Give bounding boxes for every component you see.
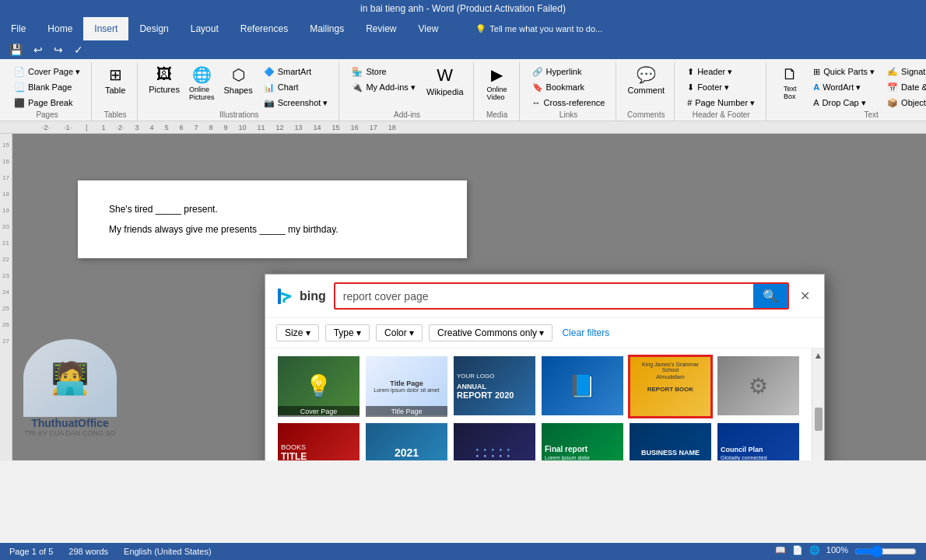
footer-btn[interactable]: ⬇Footer ▾ <box>682 79 759 95</box>
undo-qat-btn[interactable]: ↩ <box>30 42 46 58</box>
myaddin-btn[interactable]: 🔌My Add-ins ▾ <box>347 79 419 95</box>
svg-rect-0 <box>278 289 281 304</box>
image-label-1: Cover Page <box>278 406 360 417</box>
image-cell-5[interactable]: ✓ King James's Grammar School Almudallam… <box>628 355 713 418</box>
image-cell-9[interactable]: ●●●●● ●●●●● <box>452 422 537 460</box>
wordart-btn[interactable]: AWordArt ▾ <box>808 79 879 95</box>
screenshot-btn[interactable]: 📷Screenshot ▾ <box>259 95 333 110</box>
bing-image-search-dialog: bing 🔍 ✕ Size ▾ Type ▾ Color ▾ Creative … <box>265 274 825 460</box>
status-bar: Page 1 of 5 298 words English (United St… <box>0 543 926 560</box>
image-label-2: Title Page <box>366 406 447 417</box>
image-cell-11[interactable]: BUSINESS NAME <box>628 422 713 460</box>
image-cell-3[interactable]: YOUR LOGO ANNUAL REPORT 2020 <box>452 355 537 418</box>
ribbon-group-tables: ⊞ Table Tables <box>93 62 138 121</box>
smartart-btn[interactable]: 🔷SmartArt <box>259 64 333 79</box>
ribbon-group-headerfooter: ⬆Header ▾ ⬇Footer ▾ #Page Number ▾ Heade… <box>676 62 766 121</box>
chart-btn[interactable]: 📊Chart <box>259 79 333 95</box>
image-grid-container: 💡 Cover Page Title Page Lorem ipsum dolo… <box>265 348 824 460</box>
scroll-thumb[interactable] <box>815 408 823 431</box>
ribbon-group-comments: 💬 Comment Comments <box>618 62 675 121</box>
page-count: Page 1 of 5 <box>9 547 53 556</box>
image-cell-4[interactable]: 📘 <box>540 355 625 418</box>
document-page: She's tired _____ present. My friends al… <box>78 180 467 258</box>
color-filter-btn[interactable]: Color ▾ <box>376 324 423 341</box>
doc-line2: My friends always give me presents _____… <box>109 224 436 235</box>
filter-bar: Size ▾ Type ▾ Color ▾ Creative Commons o… <box>265 318 824 348</box>
tab-layout[interactable]: Layout <box>180 17 230 40</box>
dialog-close-button[interactable]: ✕ <box>797 285 813 306</box>
search-button[interactable]: 🔍 <box>753 284 787 308</box>
online-video-btn[interactable]: ▶ OnlineVideo <box>482 64 513 103</box>
view-icons: 📖 📄 🌐 100% <box>775 545 917 558</box>
header-btn[interactable]: ⬆Header ▾ <box>682 64 759 79</box>
type-filter-btn[interactable]: Type ▾ <box>325 324 370 341</box>
redo-qat-btn[interactable]: ↪ <box>51 42 66 58</box>
crossref-btn[interactable]: ↔Cross-reference <box>528 95 610 110</box>
image-cell-7[interactable]: BOOKS TITLE <box>276 422 361 460</box>
object-btn[interactable]: 📦Object ▾ <box>882 95 926 110</box>
ribbon-group-media: ▶ OnlineVideo Media <box>475 62 520 121</box>
tab-review[interactable]: Review <box>355 17 407 40</box>
image-cell-10[interactable]: Final report Lorem ipsum dolor <box>540 422 625 460</box>
tab-references[interactable]: References <box>230 17 299 40</box>
read-view-icon[interactable]: 📖 <box>775 545 786 558</box>
zoom-slider[interactable] <box>854 545 917 558</box>
text-box-btn[interactable]: 🗋 TextBox <box>774 64 805 102</box>
ribbon-tabs: File Home Insert Design Layout Reference… <box>0 17 926 40</box>
tell-me[interactable]: 💡Tell me what you want to do... <box>465 17 613 40</box>
print-view-icon[interactable]: 📄 <box>792 545 803 558</box>
hyperlink-btn[interactable]: 🔗Hyperlink <box>528 64 610 79</box>
dropcap-btn[interactable]: ADrop Cap ▾ <box>808 95 879 110</box>
language: English (United States) <box>124 547 212 556</box>
image-cell-8[interactable]: 2021 <box>364 422 449 460</box>
clear-filters-link[interactable]: Clear filters <box>562 327 609 338</box>
bing-icon <box>276 287 295 306</box>
image-cell-6[interactable]: ⚙ <box>716 355 801 418</box>
creative-commons-btn[interactable]: Creative Commons only ▾ <box>429 324 552 341</box>
store-btn[interactable]: 🏪Store <box>347 64 419 79</box>
blank-page-btn[interactable]: 📃Blank Page <box>9 79 85 95</box>
ruler: ·2· ·1· | 1 ·2· 3 4 5 6 7 8 9 10 11 12 1… <box>0 121 926 134</box>
image-cell-12[interactable]: Council Plan Globally connected <box>716 422 801 460</box>
title-text: in bai tieng anh - Word (Product Activat… <box>360 3 566 14</box>
search-input[interactable] <box>335 284 753 308</box>
scroll-up-arrow[interactable]: ▲ <box>814 350 823 361</box>
ribbon-group-text: 🗋 TextBox ⊞Quick Parts ▾ AWordArt ▾ ADro… <box>768 62 926 121</box>
word-count: 298 words <box>68 547 108 556</box>
quick-parts-btn[interactable]: ⊞Quick Parts ▾ <box>808 64 879 79</box>
ribbon-group-pages: 📄Cover Page ▾ 📃Blank Page ⬛Page Break Pa… <box>3 62 92 121</box>
online-pictures-btn[interactable]: 🌐 OnlinePictures <box>186 64 218 103</box>
signature-btn[interactable]: ✍Signature Line ▾ <box>882 64 926 79</box>
image-cell-2[interactable]: Title Page Lorem ipsum dolor sit amet Ti… <box>364 355 449 418</box>
quick-access-toolbar: 💾 ↩ ↪ ✓ <box>0 40 926 59</box>
dialog-header: bing 🔍 ✕ <box>265 275 824 318</box>
tab-design[interactable]: Design <box>128 17 179 40</box>
tab-file[interactable]: File <box>0 17 37 40</box>
save-qat-btn[interactable]: 💾 <box>6 42 26 58</box>
wikipedia-btn[interactable]: W Wikipedia <box>423 64 467 98</box>
table-btn[interactable]: ⊞ Table <box>100 64 131 96</box>
size-filter-btn[interactable]: Size ▾ <box>276 324 319 341</box>
image-cell-1[interactable]: 💡 Cover Page <box>276 355 361 418</box>
search-box-wrapper: 🔍 <box>334 282 789 310</box>
check-qat-btn[interactable]: ✓ <box>71 42 86 58</box>
scroll-bar: ▲ ▼ <box>812 348 824 460</box>
ribbon-group-links: 🔗Hyperlink 🔖Bookmark ↔Cross-reference Li… <box>521 62 617 121</box>
side-ruler: 15161718192021222324252627 <box>0 134 12 460</box>
page-break-btn[interactable]: ⬛Page Break <box>9 95 85 110</box>
tab-view[interactable]: View <box>408 17 450 40</box>
cover-page-btn[interactable]: 📄Cover Page ▾ <box>9 64 85 79</box>
web-view-icon[interactable]: 🌐 <box>809 545 820 558</box>
page-number-btn[interactable]: #Page Number ▾ <box>682 95 759 110</box>
document-area: 15161718192021222324252627 🧑‍💻 ThuthuatO… <box>0 134 926 460</box>
shapes-btn[interactable]: ⬡ Shapes <box>220 64 255 96</box>
datetime-btn[interactable]: 📅Date & Time <box>882 79 926 95</box>
tab-insert[interactable]: Insert <box>83 17 128 40</box>
bookmark-btn[interactable]: 🔖Bookmark <box>528 79 610 95</box>
tab-home[interactable]: Home <box>37 17 83 40</box>
tab-mailings[interactable]: Mailings <box>299 17 355 40</box>
doc-line1: She's tired _____ present. <box>109 204 436 215</box>
watermark: 🧑‍💻 ThuthuatOffice TRI KY CUA DAN CONG S… <box>23 339 117 437</box>
pictures-btn[interactable]: 🖼 Pictures <box>146 64 183 96</box>
comment-btn[interactable]: 💬 Comment <box>624 64 668 96</box>
